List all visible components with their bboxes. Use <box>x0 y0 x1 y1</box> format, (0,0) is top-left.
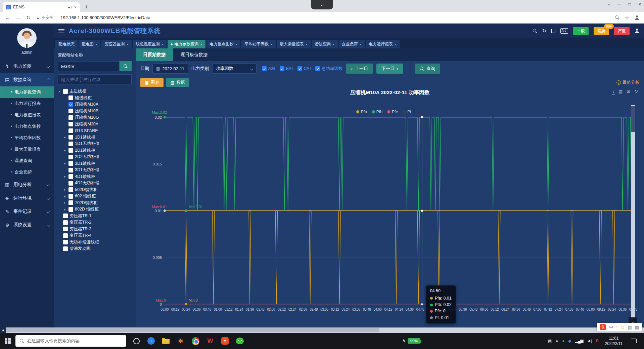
chart-legend[interactable]: PfaPfbPfcPf <box>356 110 411 114</box>
tree-checkbox[interactable] <box>68 135 73 140</box>
tree-node-压缩机M10A[interactable]: 压缩机M10A <box>58 101 132 108</box>
nav-tab-电力运行报表[interactable]: 电力运行报表× <box>366 40 400 48</box>
next-day-button[interactable]: 下一日 › <box>376 64 403 74</box>
checkbox[interactable] <box>280 66 284 71</box>
close-button[interactable]: × <box>638 1 641 7</box>
clock-app-button[interactable]: ◔ <box>144 333 158 349</box>
reload-icon[interactable]: ↻ <box>26 15 31 21</box>
view-button-图表[interactable]: ▣图表 <box>140 78 164 87</box>
ime-mode-toggle[interactable]: 中 <box>609 324 613 330</box>
emoji-icon[interactable]: ☺ <box>620 325 625 330</box>
tree-checkbox[interactable] <box>68 155 73 159</box>
tree-node-502D馈线柜[interactable]: ▸502D馈线柜 <box>58 187 132 193</box>
extreme-analysis-link[interactable]: i最值分析 <box>616 80 639 85</box>
tree-node-1D1馈线柜[interactable]: ▸1D1馈线柜 <box>58 134 132 141</box>
tree-checkbox[interactable] <box>68 187 73 192</box>
new-tab-button[interactable]: + <box>82 3 91 11</box>
nav-tab-最大需量报表[interactable]: 最大需量报表× <box>277 40 311 48</box>
tree-checkbox[interactable] <box>68 115 73 120</box>
sidebar-item-事件记录[interactable]: ✎事件记录 <box>0 205 54 218</box>
url-field[interactable]: ▲ 不安全 192.168.1.100:8090/3000WEBV2/Elect… <box>36 15 609 21</box>
power-factor-chart[interactable]: 0.020.0150.010.005000:0000:1200:2400:360… <box>140 98 639 327</box>
wechat-button[interactable] <box>232 333 247 349</box>
network-icon[interactable]: ▂▄▆ <box>575 339 583 343</box>
nav-tab-企业负荷[interactable]: 企业负荷× <box>339 40 365 48</box>
nav-tab-平均功率因数[interactable]: 平均功率因数× <box>241 40 275 48</box>
tree-node-3D1无功补偿[interactable]: 3D1无功补偿 <box>58 167 132 173</box>
tree-checkbox[interactable] <box>68 148 73 153</box>
nav-tab-电力参数查询[interactable]: 电力参数查询× <box>168 40 205 48</box>
sidebar-item-用电分析[interactable]: ▥用电分析 <box>0 178 54 191</box>
tab-audio-icon[interactable]: ◄) <box>67 5 72 9</box>
scroll-left-button[interactable]: ◄ <box>0 327 6 333</box>
phase-checkbox-C相[interactable]: C相 <box>297 66 311 72</box>
power-type-select[interactable]: 功率因数 <box>212 64 257 74</box>
sidebar-subitem-平均功率因数[interactable]: 平均功率因数 <box>0 132 54 144</box>
checkbox[interactable] <box>262 66 267 71</box>
soft-keyboard-icon[interactable]: ▤ <box>628 325 632 330</box>
nav-tab-线缆温度监测[interactable]: 线缆温度监测× <box>133 40 167 48</box>
tree-checkbox[interactable] <box>63 240 68 244</box>
tree-expander-closed-icon[interactable]: ▸ <box>63 188 67 191</box>
tree-checkbox[interactable] <box>63 246 68 251</box>
punctuation-toggle[interactable]: ’ <box>616 325 617 330</box>
alarm-badge-紧急[interactable]: 紧急99+ <box>594 27 609 35</box>
user-icon[interactable] <box>635 29 639 33</box>
download-icon[interactable]: ↓ <box>612 89 614 93</box>
battery-indicator[interactable]: ↯ 99% <box>403 338 420 344</box>
tree-checkbox[interactable] <box>68 161 73 166</box>
notification-center-icon[interactable] <box>631 339 637 343</box>
tree-node-变压器TR-3[interactable]: 变压器TR-3 <box>58 226 132 233</box>
close-tab-icon[interactable]: × <box>126 42 128 46</box>
tree-node-702D馈线柜[interactable]: ▸702D馈线柜 <box>58 200 132 206</box>
tree-node-4D1馈线柜[interactable]: ▸4D1馈线柜 <box>58 173 132 180</box>
subtab-日原始数据[interactable]: 日原始数据 <box>136 48 173 61</box>
nav-tab-变压器监测[interactable]: 变压器监测× <box>101 40 131 48</box>
tree-expander-closed-icon[interactable]: ▸ <box>63 208 67 211</box>
tree-expander-closed-icon[interactable]: ▸ <box>63 135 67 139</box>
clock[interactable]: 11:01 2022/2/11 <box>602 336 626 346</box>
scrollbar-thumb[interactable] <box>631 106 635 132</box>
sidebar-subitem-最大需量报表[interactable]: 最大需量报表 <box>0 144 54 155</box>
tree-checkbox[interactable] <box>68 95 73 100</box>
minimize-button[interactable]: ─ <box>618 2 621 7</box>
phase-checkbox-总功率因数[interactable]: 总功率因数 <box>315 66 343 72</box>
close-tab-icon[interactable]: × <box>162 42 164 46</box>
sidebar-subitem-企业负荷[interactable]: 企业负荷 <box>0 166 54 178</box>
back-icon[interactable]: ← <box>5 15 10 21</box>
tree-node-602 馈线柜[interactable]: ▸602 馈线柜 <box>58 193 132 200</box>
avatar[interactable] <box>17 28 37 48</box>
alarm-badge-严重[interactable]: 严重 <box>614 27 630 35</box>
nav-tab-配电图[interactable]: 配电图× <box>79 40 100 48</box>
date-input[interactable]: ▦ 2022-02-11 <box>152 64 188 74</box>
nav-tab-配电状态[interactable]: 配电状态 <box>55 40 78 48</box>
tree-node-无功补偿进线柜[interactable]: 无功补偿进线柜 <box>58 239 132 246</box>
start-button[interactable] <box>0 333 15 349</box>
station-input[interactable] <box>58 61 120 71</box>
touch-keyboard-icon[interactable]: ▤ <box>548 339 552 343</box>
tree-expander-closed-icon[interactable]: ▸ <box>63 149 67 152</box>
tree-expander-closed-icon[interactable]: ▸ <box>63 162 67 165</box>
view-button-数据[interactable]: ▥数据 <box>166 78 189 87</box>
menu-toggle-icon[interactable] <box>58 29 64 33</box>
tree-node-1D1无功补偿[interactable]: 1D1无功补偿 <box>58 141 132 147</box>
tree-checkbox[interactable] <box>68 207 73 212</box>
nav-tab-电力整点集抄[interactable]: 电力整点集抄× <box>206 40 240 48</box>
tab-close-icon[interactable]: × <box>74 5 77 10</box>
phase-checkbox-B相[interactable]: B相 <box>280 66 293 72</box>
close-tab-icon[interactable]: × <box>270 42 272 46</box>
tray-green-app-icon[interactable]: ● <box>562 339 564 343</box>
sidebar-item-电力监测[interactable]: ↯电力监测 <box>0 60 54 73</box>
tree-node-变压器TR-2[interactable]: 变压器TR-2 <box>58 219 132 226</box>
sidebar-item-运行环境[interactable]: ◈运行环境 <box>0 191 54 205</box>
tree-node-802D 馈线柜[interactable]: ▸802D 馈线柜 <box>58 206 132 213</box>
tree-checkbox[interactable] <box>68 181 73 186</box>
zoom-icon[interactable] <box>615 15 619 20</box>
app-orange-button[interactable]: ✦ <box>218 333 232 349</box>
volume-icon[interactable]: ◄) <box>587 339 592 343</box>
tree-node-柴油发动机[interactable]: 柴油发动机 <box>58 245 132 252</box>
tree-checkbox[interactable] <box>68 194 73 199</box>
close-tab-icon[interactable]: × <box>306 42 308 46</box>
fullscreen-icon[interactable] <box>551 29 555 33</box>
tree-checkbox[interactable] <box>68 128 73 133</box>
